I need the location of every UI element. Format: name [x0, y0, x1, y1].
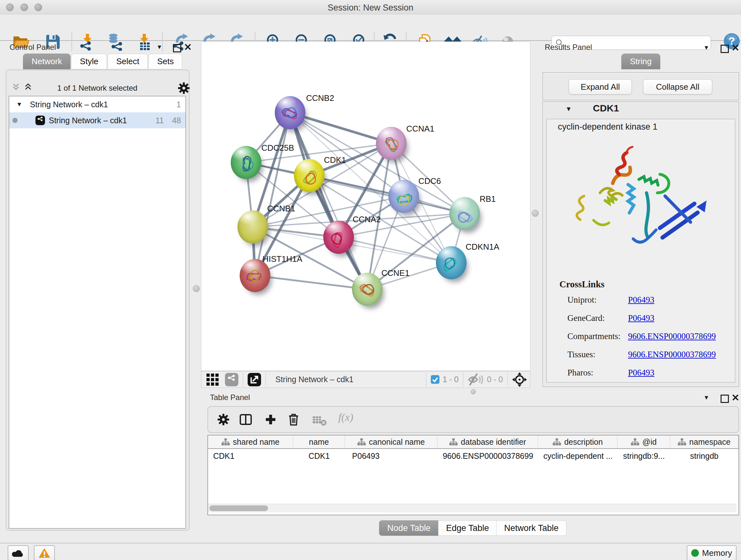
network-node-cdc25b[interactable] [231, 146, 261, 179]
delete-table-icon[interactable] [312, 415, 327, 427]
results-panel-title: Results Panel [545, 43, 592, 52]
table-panel-float-icon[interactable] [721, 395, 729, 403]
network-node-ccnb2[interactable] [275, 96, 306, 129]
horizontal-splitter-handle[interactable] [471, 389, 476, 394]
tab-edge-table[interactable]: Edge Table [438, 520, 497, 536]
table-cell[interactable]: cyclin-dependent ... [538, 451, 618, 461]
table-panel-menu-icon[interactable]: ▾ [704, 393, 708, 401]
split-panel-icon[interactable] [239, 414, 252, 427]
tab-sets[interactable]: Sets [148, 54, 182, 69]
tab-network-table[interactable]: Network Table [496, 520, 566, 536]
open-in-window-icon[interactable] [248, 373, 261, 386]
network-edge-count: 48 [172, 116, 181, 125]
expander-icon[interactable]: ▼ [16, 101, 22, 108]
network-collection-row[interactable]: ▼ String Network – cdk1 1 [9, 97, 185, 112]
control-panel-menu-icon[interactable]: ▾ [158, 43, 161, 51]
network-node-ccna1[interactable] [376, 127, 407, 160]
network-node-ccne1[interactable] [352, 273, 383, 306]
control-panel-title: Control Panel [10, 43, 56, 52]
results-panel-close-icon[interactable]: ✕ [731, 42, 739, 53]
add-column-icon[interactable] [265, 414, 276, 427]
crosslink-value[interactable]: 9606.ENSP00000378699 [628, 350, 716, 360]
share-icon[interactable] [225, 373, 239, 386]
left-splitter-handle[interactable] [193, 285, 200, 292]
network-view-toolbar: String Network – cdk1 1 - 0 0 - 0 [201, 371, 530, 388]
gear-icon[interactable] [217, 413, 230, 427]
import-database-icon[interactable] [106, 33, 125, 51]
tab-node-table[interactable]: Node Table [379, 520, 439, 536]
table-cell[interactable]: stringdb [670, 451, 738, 461]
network-row[interactable]: String Network – cdk1 11 48 [9, 112, 185, 128]
crosslink-value[interactable]: P06493 [628, 295, 655, 305]
tab-string[interactable]: String [621, 54, 660, 69]
network-node-cdkn1a[interactable] [436, 246, 467, 279]
column-header-canonical-name[interactable]: canonical name [345, 435, 437, 448]
table-cell[interactable]: P06493 [345, 451, 437, 461]
network-node-cdc6[interactable] [388, 180, 419, 213]
toolbar-separator [71, 33, 72, 51]
collapse-all-icon[interactable] [11, 82, 20, 92]
network-edge[interactable] [255, 275, 367, 289]
table-cell[interactable]: CDK1 [208, 451, 293, 461]
table-cell[interactable]: 9606.ENSP00000378699 [438, 451, 538, 461]
crosslink-label: Tissues: [567, 350, 596, 360]
column-header-description[interactable]: description [538, 435, 617, 448]
memory-button[interactable]: Memory [687, 545, 737, 560]
expand-all-icon[interactable] [23, 82, 32, 92]
delete-column-icon[interactable] [288, 413, 299, 427]
import-table-icon[interactable] [135, 33, 154, 51]
node-label-ccne1: CCNE1 [381, 268, 409, 278]
table-panel-close-icon[interactable]: ✕ [731, 392, 739, 403]
column-header-namespace[interactable]: namespace [670, 435, 738, 448]
table-cell[interactable]: stringdb:9... [618, 451, 670, 461]
right-splitter-handle[interactable] [532, 210, 539, 217]
crosslink-value[interactable]: P06493 [628, 313, 655, 323]
column-header-shared-name[interactable]: shared name [208, 435, 293, 448]
network-canvas[interactable]: CCNB2CCNA1CDC25BCDK1CDC6RB1CCNB1CCNA2CDK… [201, 42, 530, 371]
expand-all-button[interactable]: Expand All [569, 79, 632, 95]
network-node-cdk1[interactable] [294, 159, 325, 192]
import-network-icon[interactable] [78, 33, 97, 51]
memory-status-icon [691, 549, 699, 557]
warning-button[interactable] [34, 545, 55, 560]
cloud-icon [12, 549, 24, 557]
column-label: @id [643, 437, 657, 447]
table-row[interactable]: CDK1CDK1P064939606.ENSP00000378699cyclin… [208, 449, 738, 463]
network-edge[interactable] [339, 237, 451, 263]
birdseye-icon[interactable] [512, 372, 527, 387]
cloud-button[interactable] [8, 545, 29, 560]
network-node-ccna2[interactable] [323, 221, 354, 254]
results-panel-float-icon[interactable] [721, 45, 729, 53]
network-node-hist1h1a[interactable] [240, 259, 270, 292]
network-label: String Network – cdk1 [49, 116, 127, 125]
column-header-name[interactable]: name [293, 435, 345, 448]
network-selection-status: 1 of 1 Network selected [45, 84, 150, 92]
network-node-rb1[interactable] [449, 197, 480, 230]
column-header--id[interactable]: @id [617, 435, 670, 448]
gear-icon[interactable] [178, 82, 190, 96]
tab-select[interactable]: Select [108, 54, 148, 69]
control-panel-float-icon[interactable] [173, 44, 181, 52]
tab-network[interactable]: Network [23, 54, 71, 69]
column-header-database-identifier[interactable]: database identifier [437, 435, 538, 448]
table-horizontal-scrollbar[interactable] [208, 504, 737, 512]
hidden-eye-icon[interactable] [468, 373, 484, 386]
collapse-all-button[interactable]: Collapse All [643, 79, 712, 95]
hierarchy-icon [678, 438, 686, 445]
results-panel-menu-icon[interactable]: ▾ [704, 44, 708, 52]
control-panel-close-icon[interactable]: ✕ [184, 42, 192, 53]
memory-label: Memory [702, 548, 732, 558]
crosslink-value[interactable]: 9606.ENSP00000378699 [628, 331, 716, 341]
protein-expander-icon[interactable]: ▼ [565, 105, 572, 113]
grid-icon[interactable] [206, 374, 219, 386]
scrollbar-thumb[interactable] [209, 505, 268, 511]
column-label: name [309, 437, 329, 447]
crosslink-label: GeneCard: [567, 313, 605, 323]
tab-style[interactable]: Style [71, 54, 107, 69]
function-builder-icon[interactable]: f(x) [338, 411, 353, 423]
selected-checkbox-icon[interactable] [431, 375, 440, 384]
crosslink-value[interactable]: P06493 [628, 368, 655, 378]
node-label-cdk1: CDK1 [324, 155, 346, 165]
table-cell[interactable]: CDK1 [293, 451, 345, 461]
network-node-ccnb1[interactable] [238, 210, 268, 244]
